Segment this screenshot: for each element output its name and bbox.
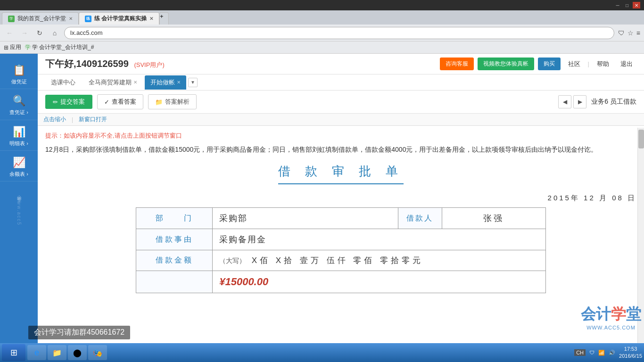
page-tab-company[interactable]: 全马商贸筹建期 ✕ [83, 75, 143, 90]
form-title-wrap: 借 款 审 批 单 [45, 163, 636, 190]
loan-table: 部 门 采购部 借款人 张强 借款事由 采购备用金 借款金额 （大写） [136, 207, 546, 293]
logout-btn[interactable]: 退出 [617, 60, 636, 68]
amount-cell: （大写） X佰 X拾 壹万 伍仟 零佰 零拾零元 [213, 250, 546, 271]
consult-btn[interactable]: 咨询客服 [440, 58, 474, 70]
clock-time: 17:53 [619, 346, 642, 353]
star-icon[interactable]: ☆ [627, 29, 634, 37]
address-input[interactable]: lx.acc5.com [64, 27, 614, 39]
community-btn[interactable]: 社区 [564, 60, 584, 68]
video-btn[interactable]: 视频教您体验真帐 [478, 58, 534, 70]
table-row-dept: 部 门 采购部 借款人 张强 [136, 208, 546, 229]
table-row-reason: 借款事由 采购备用金 [136, 229, 546, 250]
description-text: 12月8日，采购部张强填制借款单，借款金额15000元，用于采购商品备用金；同日… [45, 144, 636, 156]
minimize-btn[interactable]: ─ [614, 2, 621, 8]
submit-answer-btn[interactable]: ✏ 提交答案 [45, 95, 92, 109]
back-btn[interactable]: ← [4, 27, 15, 39]
course-tab-label: 选课中心 [51, 78, 75, 87]
browser-tab-2[interactable]: 练 练 会计学堂真账实操 ✕ [79, 12, 159, 25]
close-btn[interactable]: ✕ [633, 2, 640, 8]
page-tab-accounts[interactable]: 开始做帐 ✕ [145, 75, 186, 90]
tab2-close[interactable]: ✕ [149, 16, 153, 21]
taskbar-app-ie[interactable]: e [27, 345, 46, 360]
tab-dropdown-btn[interactable]: ▼ [188, 78, 198, 87]
reload-btn[interactable]: ↻ [34, 27, 45, 39]
table-row-amount-num: ¥15000.00 [136, 271, 546, 293]
submit-label: 提交答案 [60, 98, 85, 106]
windows-icon: ⊞ [10, 347, 17, 358]
school-favicon: 学 [25, 43, 31, 51]
company-tab-close[interactable]: ✕ [133, 80, 137, 85]
browser-tab-1[interactable]: 学 我的首页_会计学堂 ✕ [2, 12, 79, 25]
sidebar: 📋 做凭证 🔍 查凭证 › 📊 明细表 › 📈 余额表 › 会计学堂 www.a… [0, 54, 38, 362]
help-btn[interactable]: 帮助 [593, 60, 613, 68]
tab1-close[interactable]: ✕ [69, 16, 73, 21]
tab2-label: 练 会计学堂真账实操 [94, 15, 147, 23]
network-icon: 📶 [598, 350, 605, 356]
start-button[interactable]: ⊞ [2, 344, 25, 361]
toolbar: ✏ 提交答案 ✓ 查看答案 📁 答案解析 ◀ ▶ 业务6 员工借款 [38, 90, 644, 114]
maximize-btn[interactable]: □ [623, 2, 631, 8]
dept-label: 部 门 [136, 208, 213, 229]
sidebar-balance-label: 余额表 › [9, 171, 28, 177]
taskbar-clock[interactable]: 17:53 2016/6/15 [619, 346, 642, 360]
amount-label: 借款金额 [136, 250, 213, 271]
taskbar-app-chrome[interactable]: ⬤ [68, 345, 87, 360]
sidebar-check-label: 查凭证 › [9, 109, 28, 115]
check-mark-icon: ✓ [104, 99, 109, 106]
borrower-value: 张强 [442, 208, 545, 229]
clock-date: 2016/6/15 [619, 353, 642, 360]
bookmarks-bar: ⊞ 应用 学 学 会计学堂_会计培训_# [0, 41, 644, 54]
view-answer-btn[interactable]: ✓ 查看答案 [97, 94, 143, 109]
forward-btn[interactable]: → [19, 27, 30, 39]
address-icons: 🛡 ☆ ≡ [618, 29, 640, 37]
new-window-link[interactable]: 新窗口打开 [79, 115, 107, 123]
accounts-tab-close[interactable]: ✕ [177, 80, 181, 85]
page-tab-course[interactable]: 选课中心 [45, 75, 81, 90]
reason-value: 采购备用金 [213, 229, 546, 250]
sidebar-item-balance[interactable]: 📈 余额表 › [0, 151, 38, 181]
analyze-label: 答案解析 [165, 98, 190, 106]
greeting-text: 下午好,1409126599 [45, 58, 129, 69]
main-area: 📋 做凭证 🔍 查凭证 › 📊 明细表 › 📈 余额表 › 会计学堂 www.a… [0, 54, 644, 362]
detail-icon: 📊 [13, 126, 25, 138]
sidebar-item-detail[interactable]: 📊 明细表 › [0, 120, 38, 151]
business-label: 业务6 员工借款 [591, 98, 636, 106]
header-actions: 咨询客服 视频教您体验真帐 购买 社区 | 帮助 退出 [440, 58, 636, 70]
sidebar-item-check[interactable]: 🔍 查凭证 › [0, 89, 38, 120]
menu-icon[interactable]: ≡ [636, 29, 640, 37]
taskbar: ⊞ e 📁 ⬤ 🎭 CH 🛡 📶 🔊 17:53 2016/6/15 [0, 343, 644, 362]
folder-taskbar-icon: 📁 [52, 348, 62, 357]
home-btn[interactable]: ⌂ [49, 27, 60, 39]
sidebar-item-voucher[interactable]: 📋 做凭证 [0, 58, 38, 89]
form-date: 2015年 12 月 08 日 [45, 194, 636, 203]
antivirus-icon: 🛡 [589, 350, 594, 355]
ie-icon: e [34, 348, 39, 358]
bookmark-apps[interactable]: ⊞ 应用 [4, 43, 21, 51]
bookmark-school[interactable]: 学 学 会计学堂_会计培训_# [25, 43, 94, 51]
amount-num-cell: ¥15000.00 [213, 271, 546, 293]
tab2-favicon: 练 [85, 16, 91, 22]
content-area: 下午好,1409126599 (SVIP用户) 咨询客服 视频教您体验真帐 购买… [38, 54, 644, 362]
scrollbar-thumb[interactable] [638, 130, 644, 148]
amount-chars: X佰 X拾 壹万 伍仟 零佰 零拾零元 [252, 256, 423, 265]
taskbar-app-explorer[interactable]: 📁 [48, 345, 66, 360]
tab1-label: 我的首页_会计学堂 [17, 15, 66, 23]
tab-bar: 学 我的首页_会计学堂 ✕ 练 练 会计学堂真账实操 ✕ + [0, 10, 644, 25]
address-bar-row: ← → ↻ ⌂ lx.acc5.com 🛡 ☆ ≡ [0, 25, 644, 41]
tab1-favicon: 学 [8, 16, 15, 22]
page-tab-nav: 选课中心 全马商贸筹建期 ✕ 开始做帐 ✕ ▼ [38, 74, 644, 90]
form-title: 借 款 审 批 单 [278, 163, 404, 184]
shrink-link[interactable]: 点击缩小 [43, 115, 66, 123]
prev-btn[interactable]: ◀ [558, 95, 571, 108]
next-btn[interactable]: ▶ [573, 95, 586, 108]
apps-label: 应用 [10, 43, 21, 51]
buy-btn[interactable]: 购买 [538, 58, 561, 70]
new-tab-btn[interactable]: + [159, 12, 169, 25]
taskbar-app-misc[interactable]: 🎭 [88, 345, 107, 360]
scrollbar-right[interactable] [637, 128, 644, 362]
title-bar: ─ □ ✕ [0, 0, 644, 10]
amount-daxie: （大写） [219, 257, 246, 264]
folder-icon: 📁 [155, 99, 163, 106]
analyze-btn[interactable]: 📁 答案解析 [148, 94, 197, 109]
apps-icon: ⊞ [4, 44, 8, 51]
